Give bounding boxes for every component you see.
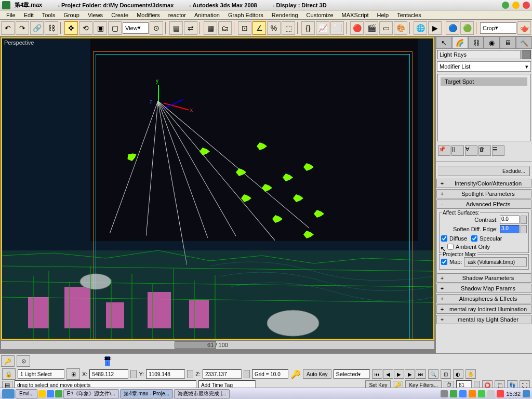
show-end-button[interactable]: || xyxy=(451,145,464,156)
goto-start-button[interactable]: ⏮ xyxy=(372,369,382,379)
teapot-button[interactable]: 🫖 xyxy=(517,21,531,35)
render-last-button[interactable]: ▶ xyxy=(428,21,442,35)
rollout-shadow-map[interactable]: +Shadow Map Params xyxy=(436,284,531,293)
start-button[interactable] xyxy=(2,389,15,398)
schematic-button[interactable]: ⬜ xyxy=(330,21,344,35)
rollout-mental-indirect[interactable]: +mental ray Indirect Illumination xyxy=(436,304,531,314)
reactor-button[interactable]: 🔵 xyxy=(446,21,459,35)
rollout-advanced[interactable]: -Advanced Effects xyxy=(436,200,531,209)
create-tab[interactable]: ↖ xyxy=(436,36,452,49)
lock-selection-button[interactable]: 🔒 xyxy=(2,368,16,380)
tray-icon-1[interactable] xyxy=(441,390,448,397)
configure-button[interactable]: ☰ xyxy=(492,145,504,156)
contrast-spinner[interactable]: 0.0 xyxy=(500,216,520,224)
hierarchy-tab[interactable]: ⛓ xyxy=(468,36,484,49)
ambient-only-checkbox[interactable] xyxy=(447,244,454,250)
render-type-button[interactable]: ▭ xyxy=(379,21,393,35)
menu-rendering[interactable]: Rendering xyxy=(268,12,302,18)
soften-spin-buttons[interactable] xyxy=(521,225,527,233)
projector-map-button[interactable]: ask (Volumask.bmp) xyxy=(464,257,527,267)
set-key-button[interactable]: 🔑 xyxy=(1,355,15,367)
curve-editor-button[interactable]: 📈 xyxy=(316,21,329,35)
nav-zoom-button[interactable]: 🔍 xyxy=(428,369,438,379)
quick-launch-1[interactable] xyxy=(38,390,46,397)
quick-render-button[interactable]: 🎨 xyxy=(394,21,407,35)
specular-checkbox[interactable] xyxy=(471,235,477,242)
next-frame-button[interactable]: ▶ xyxy=(405,369,415,379)
key-mode-button[interactable]: ⊙ xyxy=(17,355,30,367)
nav-pan-button[interactable]: ✋ xyxy=(466,369,476,379)
select-rotate-button[interactable]: ⟲ xyxy=(79,21,92,35)
play-button[interactable]: ▶ xyxy=(394,369,404,379)
rollout-mental-light[interactable]: +mental ray Light Shader xyxy=(436,315,531,324)
unlink-button[interactable]: ⛓ xyxy=(45,21,58,35)
perspective-viewport[interactable]: Perspective y x z xyxy=(1,37,434,340)
render-button[interactable]: 🌐 xyxy=(414,21,427,35)
rollout-shadow-params[interactable]: +Shadow Parameters xyxy=(436,273,531,283)
layer-button[interactable]: 🗂 xyxy=(218,21,232,35)
nav-zoom-all-button[interactable]: ⊡ xyxy=(441,369,451,379)
select-move-button[interactable]: ✥ xyxy=(64,21,78,35)
redo-button[interactable]: ↷ xyxy=(16,21,29,35)
menu-maxscript[interactable]: MAXScript xyxy=(338,12,373,18)
key-target-dropdown[interactable]: Selected ▾ xyxy=(334,369,370,379)
tray-icon-7[interactable] xyxy=(497,390,504,397)
diffuse-checkbox[interactable] xyxy=(441,235,447,242)
modifier-stack[interactable]: Target Spot xyxy=(437,74,531,141)
quick-launch-2[interactable] xyxy=(47,390,54,397)
menu-graph-editors[interactable]: Graph Editors xyxy=(224,12,268,18)
menu-customize[interactable]: Customize xyxy=(302,12,338,18)
prev-frame-button[interactable]: ◀ xyxy=(383,369,393,379)
contrast-spin-buttons[interactable] xyxy=(521,216,527,224)
spinner-snap-toggle[interactable]: ⬚ xyxy=(282,21,295,35)
rollout-spotlight[interactable]: +Spotlight Parameters xyxy=(436,189,531,198)
rollout-atmospheres[interactable]: +Atmospheres & Effects xyxy=(436,294,531,303)
modifier-list-dropdown[interactable]: Modifier List▾ xyxy=(437,61,531,72)
x-coord-field[interactable]: 5489.112 xyxy=(89,369,128,379)
tray-icon-6[interactable] xyxy=(487,390,495,397)
ref-coord-dropdown[interactable]: View ▾ xyxy=(123,22,149,34)
modifier-target-spot[interactable]: Target Spot xyxy=(441,77,527,86)
motion-tab[interactable]: ◉ xyxy=(484,36,500,49)
y-coord-field[interactable]: 1109.148 xyxy=(146,369,185,379)
menu-edit[interactable]: Edit xyxy=(20,12,38,18)
maximize-button[interactable] xyxy=(512,2,520,9)
close-button[interactable] xyxy=(523,2,530,9)
nav-fov-button[interactable]: ◐ xyxy=(453,369,463,379)
menu-animation[interactable]: Animation xyxy=(190,12,224,18)
exclude-button[interactable]: Exclude... xyxy=(438,166,530,176)
render-scene-button[interactable]: 🎬 xyxy=(365,21,378,35)
link-button[interactable]: 🔗 xyxy=(30,21,44,35)
autokey-toggle[interactable]: Auto Key xyxy=(303,369,331,379)
tray-icon-8[interactable] xyxy=(523,390,530,397)
tray-icon-5[interactable] xyxy=(478,390,485,397)
taskbar-item-2[interactable]: E:\《印象》源文件\... xyxy=(63,389,119,398)
display-tab[interactable]: 🖥 xyxy=(500,36,516,49)
tray-icon-2[interactable] xyxy=(450,390,457,397)
select-scale-button[interactable]: ▣ xyxy=(94,21,107,35)
menu-group[interactable]: Group xyxy=(59,12,84,18)
menu-reactor[interactable]: reactor xyxy=(164,12,190,18)
taskbar-item-1[interactable]: Envi... xyxy=(16,389,37,398)
timeline-slider[interactable]: 61 / 100 xyxy=(1,341,434,349)
render-preset-dropdown[interactable]: Crop ▾ xyxy=(480,22,516,34)
angle-snap-toggle[interactable]: ∠ xyxy=(252,21,266,35)
soften-spinner[interactable]: 3.0 xyxy=(500,225,520,233)
quick-launch-3[interactable] xyxy=(55,390,62,397)
timeline-ruler[interactable]: 0102030405060708090100 xyxy=(107,356,108,366)
object-color-swatch[interactable] xyxy=(522,50,531,59)
named-sets-button[interactable]: {} xyxy=(301,21,315,35)
tray-icon-3[interactable] xyxy=(459,390,467,397)
menu-tentacles[interactable]: Tentacles xyxy=(393,12,425,18)
pivot-button[interactable]: ⊙ xyxy=(150,21,163,35)
menu-tools[interactable]: Tools xyxy=(38,12,60,18)
menu-views[interactable]: Views xyxy=(84,12,107,18)
taskbar-item-4[interactable]: 海底城市最终完成.j... xyxy=(174,389,230,398)
absolute-toggle[interactable]: ⊞ xyxy=(66,368,80,380)
z-coord-field[interactable]: 2337.137 xyxy=(203,369,242,379)
snap-toggle[interactable]: ⊡ xyxy=(238,21,251,35)
make-unique-button[interactable]: ∀ xyxy=(465,145,477,156)
pin-stack-button[interactable]: 📌 xyxy=(438,145,450,156)
select-button[interactable]: ▢ xyxy=(108,21,122,35)
select-named-button[interactable]: ▤ xyxy=(169,21,183,35)
